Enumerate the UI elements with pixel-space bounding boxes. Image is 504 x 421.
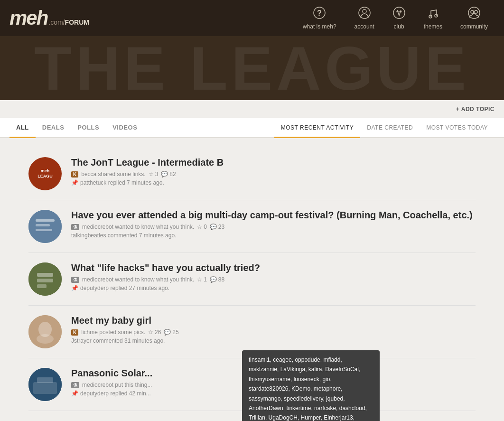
svg-point-6 [435,14,438,17]
pin-icon: 📌 [71,179,78,186]
topic-thumbnail [28,368,62,401]
meta-badge: ⚗ [71,277,79,283]
activity-text: Jstrayer commented 31 minutes ago. [71,337,165,344]
topic-meta: ⚗ mediocrebot wanted to know what you th… [71,224,473,230]
header: meh .com/FORUM ? what is meh? [0,0,504,36]
topic-item: Have you ever attended a big multi-day c… [28,200,476,253]
nav-account[interactable]: account [348,6,381,30]
hero-banner: THE LEAGUE [0,36,504,100]
svg-rect-13 [36,229,52,231]
topic-body: Have you ever attended a big multi-day c… [71,210,473,239]
tab-all[interactable]: ALL [9,118,36,138]
music-icon [426,6,439,21]
main-nav: ? what is meh? account [296,6,495,30]
svg-rect-23 [37,377,53,383]
filter-tabs-right: MOST RECENT ACTIVITY DATE CREATED MOST V… [274,119,495,137]
meta-text: mediocrebot wanted to know what you thin… [82,224,194,230]
thumb-image [28,315,62,348]
topic-item: What "life hacks" have you actually trie… [28,253,476,306]
topic-activity: 📌 deputyderp replied 42 min... [71,390,152,397]
topic-meta: K lichme posted some pics. ☆ 26 💬 25 [71,329,179,336]
filter-tabs-left: ALL DEALS POLLS VIDEOS [9,118,144,137]
thumb-image [28,210,62,243]
meta-text: becca shared some links. [81,171,145,178]
nav-what-is-meh-label: what is meh? [303,23,336,30]
activity-text: patthetuck replied 7 minutes ago. [80,179,164,186]
topic-thumbnail: mehLEAGU [28,157,62,190]
community-icon [467,6,481,21]
topic-body: The JonT League - Intermediate B K becca… [71,157,224,186]
tab-videos[interactable]: VIDEOS [106,118,144,138]
thumb-image [28,262,62,296]
add-topic-button[interactable]: + ADD TOPIC [456,106,495,112]
comment-count: 💬 23 [210,224,224,230]
tooltip-text: tinsami1, ceagee, oppodude, mfladd, mskl… [249,356,367,421]
topic-activity: 📌 patthetuck replied 7 minutes ago. [71,179,224,186]
topic-meta: K becca shared some links. ☆ 3 💬 82 [71,171,224,178]
nav-account-label: account [355,23,374,30]
topic-activity: talkingbeatles commented 7 minutes ago. [71,232,473,239]
meta-text: mediocrebot wanted to know what you thin… [82,276,194,283]
tooltip-box: tinsami1, ceagee, oppodude, mfladd, mskl… [242,350,380,421]
svg-point-5 [429,15,432,18]
meta-text: lichme posted some pics. [81,329,145,336]
topic-meta: ⚗ mediocrebot put this thing... [71,382,152,388]
question-icon: ? [313,6,326,21]
activity-text: talkingbeatles commented 7 minutes ago. [71,232,176,239]
thumb-image [28,368,62,401]
svg-point-20 [37,334,54,344]
svg-point-7 [468,7,480,19]
topic-thumbnail [28,315,62,348]
topic-title[interactable]: The JonT League - Intermediate B [71,157,224,168]
hero-text: THE LEAGUE [34,37,470,99]
topic-thumbnail [28,262,62,296]
topic-activity: 📌 deputyderp replied 27 minutes ago. [71,285,260,291]
pin-icon: 📌 [71,285,78,291]
meta-badge: ⚗ [71,382,79,388]
topic-title[interactable]: Panasonic Solar... [71,368,152,379]
star-count: ☆ 0 [197,224,207,230]
topic-title[interactable]: Have you ever attended a big multi-day c… [71,210,473,221]
sort-most-recent[interactable]: MOST RECENT ACTIVITY [274,119,361,138]
nav-club-label: club [394,23,404,30]
topic-body: What "life hacks" have you actually trie… [71,262,260,291]
nav-themes-label: themes [424,23,442,30]
svg-rect-12 [36,224,50,226]
logo-meh: meh [9,7,47,29]
topic-body: Meet my baby girl K lichme posted some p… [71,315,179,344]
club-icon [392,6,406,21]
svg-point-3 [363,9,366,13]
logo-com: .com/FORUM [48,19,89,26]
activity-text: deputyderp replied 42 min... [80,390,151,397]
svg-point-4 [393,7,405,19]
topic-item: mehLEAGU The JonT League - Intermediate … [28,148,476,200]
add-topic-bar: + ADD TOPIC [0,100,504,118]
activity-text: deputyderp replied 27 minutes ago. [80,285,169,291]
nav-what-is-meh[interactable]: ? what is meh? [296,6,343,30]
nav-themes[interactable]: themes [417,6,449,30]
nav-club[interactable]: club [386,6,412,30]
svg-point-8 [471,10,474,13]
svg-rect-16 [37,279,53,282]
tab-deals[interactable]: DEALS [36,118,71,138]
topic-body: Panasonic Solar... ⚗ mediocrebot put thi… [71,368,152,397]
nav-community-label: community [460,23,488,30]
logo[interactable]: meh .com/FORUM [9,7,89,29]
pin-icon: 📌 [71,390,78,397]
tab-polls[interactable]: POLLS [71,118,106,138]
svg-rect-22 [33,382,57,394]
comment-count: 💬 82 [161,171,176,178]
sort-date-created[interactable]: DATE CREATED [360,119,420,138]
star-count: ☆ 3 [149,171,159,178]
svg-rect-15 [37,273,53,277]
nav-community[interactable]: community [454,6,495,30]
topic-thumbnail [28,210,62,243]
topic-title[interactable]: What "life hacks" have you actually trie… [71,262,260,273]
filter-bar: ALL DEALS POLLS VIDEOS MOST RECENT ACTIV… [0,118,504,138]
topic-title[interactable]: Meet my baby girl [71,315,179,326]
svg-rect-17 [37,284,47,288]
sort-most-votes[interactable]: MOST VOTES TODAY [420,119,495,138]
svg-point-9 [475,10,477,13]
svg-rect-11 [36,219,55,222]
meta-badge: K [71,329,78,336]
